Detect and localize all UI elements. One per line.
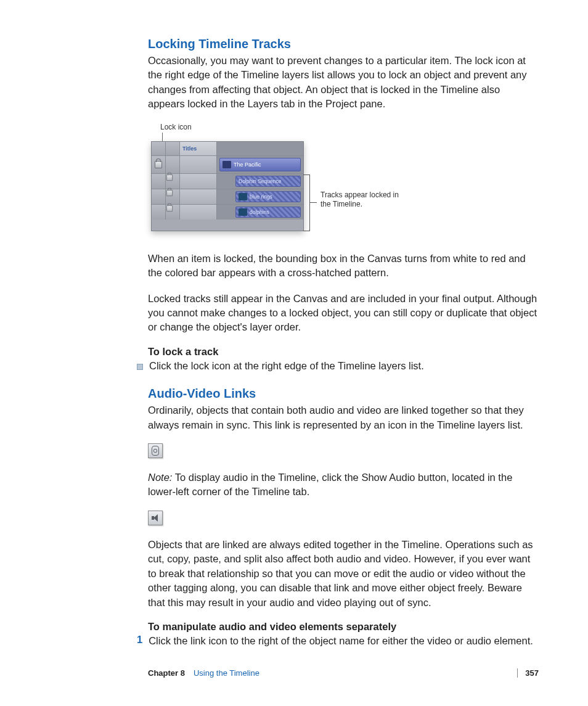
task-step: Click the link icon to the right of the …	[149, 634, 533, 648]
task-heading: To lock a track	[148, 346, 539, 358]
body-text: Objects that are linked are always edite…	[148, 538, 539, 610]
body-text: Locked tracks still appear in the Canvas…	[148, 292, 539, 335]
note-label: Note:	[148, 472, 172, 483]
speaker-icon	[148, 511, 163, 525]
timeline-panel: Titles The Pacific	[151, 141, 304, 231]
step-number: 1	[137, 634, 142, 646]
timeline-row: dolphins	[152, 205, 303, 220]
link-icon	[148, 443, 163, 458]
page-footer: Chapter 8 Using the Timeline 357	[148, 668, 539, 678]
heading-audio-video-links: Audio-Video Links	[148, 387, 539, 401]
lock-icon	[155, 161, 162, 168]
timeline-group-header: Titles	[152, 142, 303, 156]
timeline-group-row: The Pacific	[152, 156, 303, 174]
footer-page-number: 357	[517, 668, 539, 678]
locked-track-bar: blue rings	[235, 191, 301, 202]
locked-track-bar: Dolphin Sequence	[235, 176, 301, 187]
body-text: Occasionally, you may want to prevent ch…	[148, 54, 539, 112]
locked-track-bar: dolphins	[235, 207, 301, 218]
group-bar: The Pacific	[219, 158, 301, 171]
note-body: To display audio in the Timeline, click …	[148, 472, 512, 497]
timeline-row: Dolphin Sequence	[152, 174, 303, 189]
body-text: When an item is locked, the bounding box…	[148, 252, 539, 281]
timeline-row: blue rings	[152, 189, 303, 205]
heading-locking-timeline-tracks: Locking Timeline Tracks	[148, 37, 539, 51]
group-title: Titles	[180, 142, 217, 155]
callout-locked-tracks: Tracks appear locked in the Timeline.	[321, 191, 399, 209]
footer-chapter: Chapter 8	[148, 668, 185, 678]
callout-label: Lock icon	[160, 123, 192, 131]
lock-icon	[166, 190, 173, 196]
lock-icon	[166, 174, 173, 181]
body-text: Ordinarily, objects that contain both au…	[148, 403, 539, 432]
footer-title: Using the Timeline	[194, 668, 517, 678]
figure-timeline-lock: Lock icon Titles The Pacific	[142, 123, 512, 237]
lock-icon	[166, 205, 173, 211]
bullet-icon	[137, 364, 143, 370]
callout-lock-icon: Lock icon	[160, 123, 192, 131]
task-heading: To manipulate audio and video elements s…	[148, 621, 539, 633]
note-text: Note: To display audio in the Timeline, …	[148, 470, 539, 499]
task-step: Click the lock icon at the right edge of…	[149, 359, 424, 373]
